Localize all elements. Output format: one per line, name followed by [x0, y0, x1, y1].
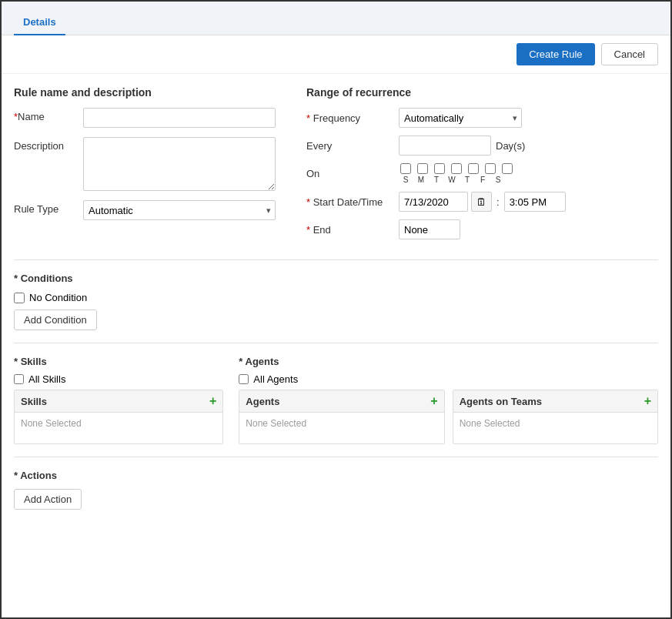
- start-datetime-row: * Start Date/Time 🗓 :: [306, 192, 658, 212]
- day-checkbox-w[interactable]: [451, 163, 462, 174]
- agents-on-teams-label: Agents on Teams: [460, 396, 542, 407]
- form-section-top: Rule name and description *Name Descript…: [14, 86, 658, 247]
- tab-bar: Details: [2, 2, 670, 35]
- left-section: Rule name and description *Name Descript…: [14, 86, 276, 247]
- rule-type-select-wrapper: Automatic Manual ▾: [83, 200, 276, 220]
- day-col-s2: [500, 163, 514, 174]
- frequency-select[interactable]: Automatically Daily Weekly Monthly: [399, 108, 522, 128]
- days-checkboxes: S M T W T F S: [399, 163, 514, 184]
- agents-table-body: None Selected: [239, 413, 443, 443]
- all-agents-label: All Agents: [253, 373, 298, 385]
- description-label: Description: [14, 137, 83, 152]
- skills-table-header: Skills +: [15, 390, 222, 413]
- day-labels-row: S M T W T F S: [399, 176, 514, 184]
- name-row: *Name: [14, 108, 276, 128]
- start-date-input[interactable]: [399, 192, 468, 212]
- agents-outer-col: * Agents All Agents Agents + None Select…: [239, 356, 658, 444]
- day-col-f: [483, 163, 497, 174]
- start-required-star: *: [306, 196, 310, 208]
- on-label: On: [306, 168, 399, 179]
- name-input[interactable]: [83, 108, 276, 128]
- frequency-row: * Frequency Automatically Daily Weekly M…: [306, 108, 658, 128]
- agents-on-teams-none-selected: None Selected: [460, 418, 520, 429]
- end-required-star: *: [306, 224, 310, 236]
- agents-on-teams-table: Agents on Teams + None Selected: [453, 390, 658, 444]
- tab-details[interactable]: Details: [14, 10, 65, 35]
- main-content: Rule name and description *Name Descript…: [2, 74, 670, 617]
- add-action-button[interactable]: Add Action: [14, 489, 82, 510]
- end-select[interactable]: None On Date After: [399, 219, 460, 239]
- time-separator: :: [496, 196, 500, 208]
- description-row: Description: [14, 137, 276, 191]
- conditions-title: * Conditions: [14, 273, 658, 284]
- agents-table: Agents + None Selected: [239, 390, 444, 444]
- day-label-t1: T: [430, 176, 443, 184]
- rule-type-label: Rule Type: [14, 200, 83, 215]
- agents-table-header: Agents +: [239, 390, 443, 413]
- rule-type-row: Rule Type Automatic Manual ▾: [14, 200, 276, 220]
- day-checkbox-m[interactable]: [417, 163, 428, 174]
- all-skills-checkbox[interactable]: [14, 374, 24, 384]
- right-section: Range of recurrence * Frequency Automati…: [306, 86, 658, 247]
- skills-none-selected: None Selected: [21, 418, 82, 429]
- all-agents-checkbox[interactable]: [239, 374, 249, 384]
- agents-tables-row: Agents + None Selected Agents on Teams +: [239, 390, 658, 444]
- day-label-s2: S: [491, 176, 505, 184]
- skills-add-icon[interactable]: +: [209, 394, 216, 408]
- day-label-t2: T: [460, 176, 474, 184]
- calendar-icon[interactable]: 🗓: [471, 192, 492, 212]
- divider-3: [14, 457, 658, 457]
- day-col-t2: [466, 163, 480, 174]
- rule-type-select[interactable]: Automatic Manual: [83, 200, 276, 220]
- day-checkboxes-group: [399, 163, 514, 174]
- actions-title: * Actions: [14, 470, 658, 481]
- agents-add-icon[interactable]: +: [430, 394, 437, 408]
- day-label-m: M: [414, 176, 428, 184]
- frequency-label: * Frequency: [306, 112, 399, 124]
- skills-header-label: Skills: [21, 396, 47, 407]
- no-condition-checkbox[interactable]: [14, 293, 25, 303]
- end-row: * End None On Date After ▾: [306, 219, 658, 239]
- day-checkbox-s1[interactable]: [400, 163, 411, 174]
- day-label-s1: S: [399, 176, 413, 184]
- agents-on-teams-add-icon[interactable]: +: [644, 394, 651, 408]
- freq-required-star: *: [306, 112, 310, 124]
- agents-none-selected: None Selected: [246, 418, 306, 429]
- day-checkbox-f[interactable]: [485, 163, 496, 174]
- day-label-f: F: [476, 176, 490, 184]
- day-checkbox-t2[interactable]: [468, 163, 479, 174]
- start-time-input[interactable]: [504, 192, 566, 212]
- agents-header-label: Agents: [246, 396, 279, 407]
- divider-1: [14, 259, 658, 260]
- every-row: Every Day(s): [306, 136, 658, 156]
- cancel-button[interactable]: Cancel: [601, 43, 658, 65]
- day-checkbox-t1[interactable]: [434, 163, 445, 174]
- rule-name-section-title: Rule name and description: [14, 86, 276, 99]
- add-condition-button[interactable]: Add Condition: [14, 310, 97, 330]
- on-row: On S M: [306, 163, 658, 184]
- skills-col: * Skills All Skills Skills + None Select…: [14, 356, 223, 444]
- all-agents-row: All Agents: [239, 373, 658, 385]
- every-label: Every: [306, 140, 399, 152]
- no-condition-label: No Condition: [29, 292, 87, 303]
- actions-section: * Actions Add Action: [14, 470, 658, 510]
- toolbar: Create Rule Cancel: [2, 35, 670, 74]
- frequency-select-wrapper: Automatically Daily Weekly Monthly ▾: [399, 108, 522, 128]
- recurrence-section-title: Range of recurrence: [306, 86, 658, 99]
- datetime-inputs: 🗓 :: [399, 192, 566, 212]
- description-input[interactable]: [83, 137, 276, 191]
- every-input[interactable]: [399, 136, 491, 156]
- day-checkbox-s2[interactable]: [502, 163, 513, 174]
- dialog-container: Details Create Rule Cancel Rule name and…: [0, 0, 672, 619]
- name-required-star: *: [14, 111, 18, 122]
- no-condition-row: No Condition: [14, 292, 658, 303]
- end-label: * End: [306, 224, 399, 236]
- skills-table: Skills + None Selected: [14, 390, 223, 444]
- skills-agents-section: * Skills All Skills Skills + None Select…: [14, 356, 658, 444]
- day-label-w: W: [445, 176, 459, 184]
- create-rule-button[interactable]: Create Rule: [517, 43, 594, 65]
- agents-on-teams-header: Agents on Teams +: [453, 390, 657, 413]
- skills-table-body: None Selected: [15, 413, 222, 443]
- all-skills-row: All Skills: [14, 373, 223, 385]
- name-label: *Name: [14, 108, 83, 122]
